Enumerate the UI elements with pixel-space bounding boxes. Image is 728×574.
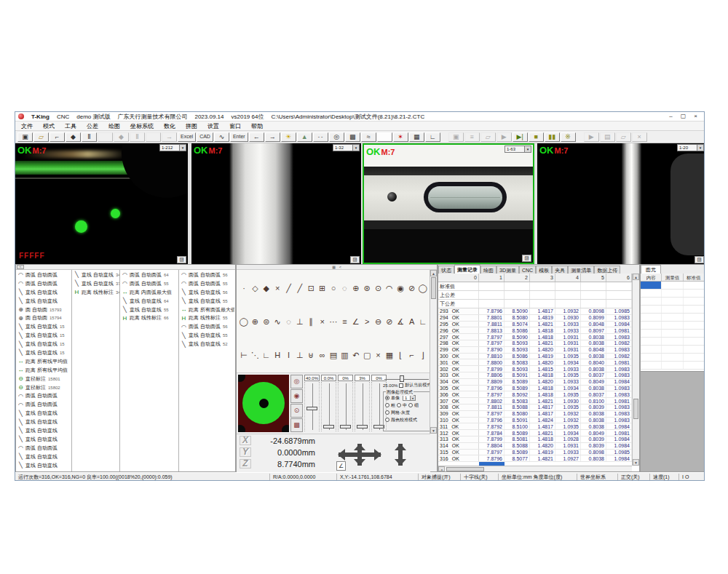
value-cell[interactable]: 0.8038 [581,366,606,372]
toolbar-save-3-button[interactable]: ▤ [600,132,615,142]
menu-item[interactable]: 文件 [21,122,33,130]
palette-tool-icon[interactable]: ⊡ [306,284,316,293]
chevron-down-icon[interactable]: ▾ [179,145,186,151]
value-cell[interactable]: 8.5086 [505,327,530,333]
table-row[interactable]: 307OK7.88028.50831.48211.09300.81001.098… [438,398,632,404]
palette-tool-icon[interactable]: ⊢ [239,351,249,360]
toolbar-open-file-button[interactable]: ▱ [33,132,49,142]
value-cell[interactable]: 1.0933 [555,366,581,372]
element-cell[interactable] [662,306,683,313]
value-cell[interactable]: 7.8804 [479,443,505,449]
minimize-button[interactable]: – [665,113,676,121]
toolbar-blank-white-button[interactable] [377,132,392,142]
value-cell[interactable]: 0.8038 [581,354,606,359]
palette-tool-icon[interactable]: ▢ [362,351,372,360]
value-cell[interactable]: 1.0933 [555,379,581,385]
maximize-button[interactable]: ▢ [678,113,689,121]
value-cell[interactable]: 8.5091 [505,418,530,423]
value-cell[interactable]: 7.8811 [479,322,505,327]
menu-item[interactable]: 帮助 [251,122,263,130]
palette-tool-icon[interactable]: ≡ [339,317,349,326]
table-row[interactable]: 310OK7.87968.50911.48241.09320.80381.098… [438,418,632,424]
ring-light-segment-button[interactable]: ▩ [290,418,303,432]
list-item[interactable]: ╲直线自动直线64 [120,297,178,306]
value-cell[interactable]: 1.4817 [530,423,555,429]
palette-tool-icon[interactable]: ◉ [395,284,405,293]
default-mode-checkbox[interactable] [399,383,403,388]
value-cell[interactable]: 1.4821 [530,322,555,327]
grip-icon[interactable]: ▦ [332,265,336,269]
toolbar-run-to-end-button[interactable]: ▶| [513,132,528,142]
chevron-down-icon[interactable]: ▾ [524,146,531,152]
toolbar-blank-1-button[interactable] [98,132,113,142]
element-cell[interactable] [662,314,683,321]
record-table-vscrollbar[interactable]: ▲ ▼ [632,274,639,466]
value-cell[interactable]: 1.4818 [530,334,555,340]
value-cell[interactable]: 0.8097 [581,327,606,333]
palette-tool-icon[interactable]: ⋱ [250,351,260,360]
tab-测量清单[interactable]: 测量清单 [568,266,594,274]
table-row[interactable]: 316OK7.87968.50771.48211.09270.80381.098… [438,455,632,462]
value-cell[interactable]: 8.5092 [505,391,530,397]
value-cell[interactable]: 0.8100 [581,398,606,404]
list-item[interactable]: ◠圆弧自动圆弧 [16,391,71,400]
table-row[interactable]: 295OK7.88118.50741.48211.09330.80481.098… [438,322,632,328]
list-item[interactable]: ◠圆弧自动圆弧 [16,279,71,288]
value-cell[interactable]: 1.4819 [530,354,555,359]
column-header[interactable]: 6 [606,274,632,282]
palette-tool-icon[interactable]: ⊕ [351,284,361,293]
value-cell[interactable]: 1.0982 [606,354,632,359]
column-header[interactable]: 5 [581,274,606,282]
element-row[interactable] [641,306,705,314]
element-cell[interactable] [662,362,683,369]
list-item[interactable]: ⊖直径标注15801 [16,375,71,383]
value-cell[interactable]: 1.0984 [606,437,632,442]
list-item[interactable]: ╲直线自动直线55 [179,297,234,306]
value-cell[interactable]: 1.0931 [555,443,581,449]
tools-panel-scrollbar[interactable]: ▲ ▼ [430,270,437,434]
value-cell[interactable]: 8.5083 [505,398,530,404]
table-row[interactable]: 299OK7.87908.50931.48201.09310.80481.098… [438,347,632,354]
value-cell[interactable]: 8.5093 [505,366,530,372]
value-cell[interactable]: 1.4820 [530,379,555,385]
light-channel-slider[interactable]: 0% [338,375,353,431]
value-cell[interactable]: 1.0933 [555,327,581,333]
list-item[interactable]: ◠圆弧自动圆弧 [16,271,71,279]
value-cell[interactable]: 7.8797 [479,340,505,346]
value-cell[interactable]: 1.0934 [555,359,581,365]
record-table-hscrollbar[interactable]: ◂ [438,466,632,471]
element-cell[interactable] [662,290,683,297]
camera-view-2[interactable]: OKM:7 1-32▾ ▨ [191,143,361,264]
value-cell[interactable]: 1.0981 [606,359,632,365]
value-cell[interactable]: 0.8037 [581,372,606,378]
tab-夹具[interactable]: 夹具 [552,266,568,274]
value-cell[interactable]: 7.8797 [479,450,505,455]
close-button[interactable]: × [690,113,701,121]
toolbar-curve-2-button[interactable]: ≈ [361,132,376,142]
value-cell[interactable]: 7.8800 [479,359,505,365]
table-row[interactable]: 298OK7.87978.50931.48211.09310.80381.098… [438,340,632,347]
value-cell[interactable]: 8.5077 [505,455,530,461]
element-cell[interactable] [641,330,662,337]
scroll-thumb[interactable] [431,277,436,299]
toolbar-chart-button[interactable]: ∟ [425,132,440,142]
value-cell[interactable]: 1.0985 [606,450,632,455]
slider-handle[interactable] [340,425,351,428]
element-cell[interactable] [684,322,705,329]
value-cell[interactable]: 8.5083 [505,359,530,365]
palette-tool-icon[interactable]: H [272,351,282,359]
list-item[interactable]: ╲直线自动直线 [16,426,71,435]
tab-数据上传[interactable]: 数据上传 [594,266,620,274]
table-row[interactable]: 314OK7.88048.50881.48201.09310.80391.098… [438,443,632,450]
tab-CNC[interactable]: CNC [519,266,536,274]
value-cell[interactable]: 8.5093 [505,347,530,353]
menu-item[interactable]: 工具 [65,122,76,130]
element-cell[interactable] [684,354,705,361]
option-combobox[interactable]: 1▾ [403,395,416,401]
list-item[interactable]: ↔距离所有圆弧最大值 [179,306,234,314]
value-cell[interactable]: 7.8810 [479,354,505,359]
menu-item[interactable]: 窗口 [229,122,241,130]
toolbar-qrcode-button[interactable]: ▦ [409,132,424,142]
slider-handle[interactable] [323,425,334,428]
element-row[interactable] [641,298,705,306]
